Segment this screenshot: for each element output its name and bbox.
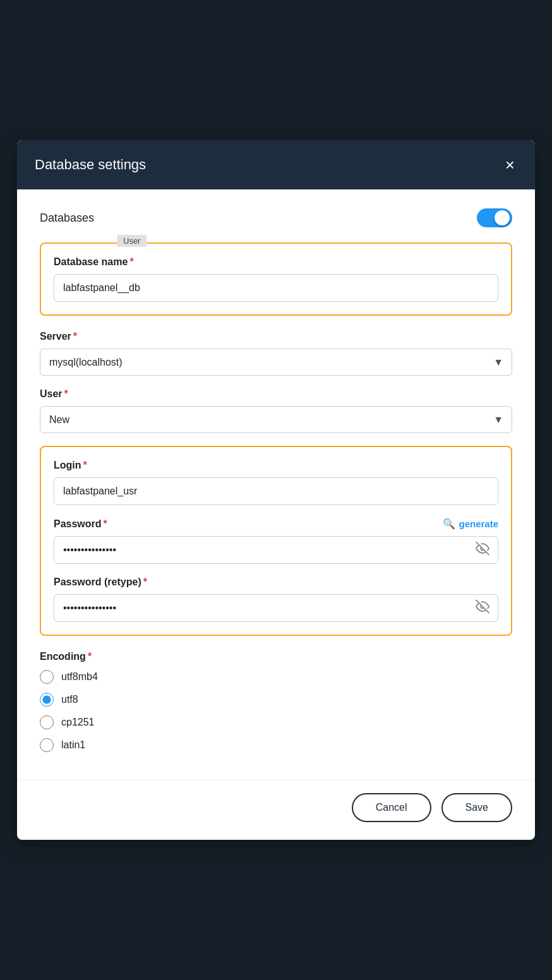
encoding-label-latin1: latin1 xyxy=(61,739,85,751)
server-required: * xyxy=(73,331,77,342)
login-field-group: Login * xyxy=(54,460,498,505)
server-select[interactable]: mysql(localhost) mysql(127.0.0.1) pgsql(… xyxy=(40,349,512,376)
database-name-section: User Database name * xyxy=(40,242,512,316)
login-input[interactable] xyxy=(54,477,498,505)
encoding-option-utf8[interactable]: utf8 xyxy=(40,693,512,707)
password-input-wrapper xyxy=(54,536,498,564)
modal-header: Database settings × xyxy=(17,140,535,189)
password-retype-toggle-visibility-button[interactable] xyxy=(476,600,489,617)
eye-off-icon xyxy=(476,542,489,556)
login-required: * xyxy=(83,460,87,471)
encoding-radio-group: utf8mb4 utf8 cp1251 latin1 xyxy=(40,670,512,752)
encoding-option-cp1251[interactable]: cp1251 xyxy=(40,715,512,729)
password-retype-field-group: Password (retype) * xyxy=(54,577,498,622)
encoding-required: * xyxy=(88,651,92,662)
password-required: * xyxy=(104,518,107,530)
encoding-radio-utf8[interactable] xyxy=(40,693,54,707)
password-retype-input-wrapper xyxy=(54,594,498,622)
modal-body: Databases User Database name * xyxy=(17,189,535,780)
generate-password-link[interactable]: 🔍 generate xyxy=(443,518,498,530)
modal-footer: Cancel Save xyxy=(17,780,535,840)
database-name-field-group: Database name * xyxy=(54,256,498,302)
password-retype-input[interactable] xyxy=(54,594,498,622)
server-select-wrapper: mysql(localhost) mysql(127.0.0.1) pgsql(… xyxy=(40,349,512,376)
user-select[interactable]: New Existing xyxy=(40,406,512,433)
password-header: Password * 🔍 generate xyxy=(54,518,498,530)
server-field-group: Server * mysql(localhost) mysql(127.0.0.… xyxy=(40,331,512,376)
password-retype-required: * xyxy=(143,577,147,588)
encoding-label-utf8mb4: utf8mb4 xyxy=(61,671,98,683)
encoding-section: Encoding * utf8mb4 utf8 cp1251 xyxy=(40,651,512,752)
password-retype-label: Password (retype) * xyxy=(54,577,498,588)
generate-label: generate xyxy=(459,518,498,529)
database-name-input[interactable] xyxy=(54,274,498,302)
encoding-option-utf8mb4[interactable]: utf8mb4 xyxy=(40,670,512,684)
password-toggle-visibility-button[interactable] xyxy=(476,542,489,559)
close-button[interactable]: × xyxy=(503,154,517,176)
password-field-group: Password * 🔍 generate xyxy=(54,518,498,564)
user-label: User * xyxy=(40,388,512,400)
save-button[interactable]: Save xyxy=(441,793,512,822)
cancel-button[interactable]: Cancel xyxy=(352,793,431,822)
encoding-label: Encoding * xyxy=(40,651,512,662)
user-select-wrapper: New Existing ▼ xyxy=(40,406,512,433)
password-label: Password * xyxy=(54,518,107,530)
generate-icon: 🔍 xyxy=(443,518,455,530)
databases-toggle-row: Databases xyxy=(40,208,512,227)
encoding-radio-cp1251[interactable] xyxy=(40,715,54,729)
login-password-section: Login * Password * 🔍 generate xyxy=(40,446,512,636)
database-settings-modal: Database settings × Databases User Datab… xyxy=(17,140,535,840)
encoding-radio-latin1[interactable] xyxy=(40,738,54,752)
databases-label: Databases xyxy=(40,212,94,225)
toggle-slider xyxy=(477,208,512,227)
encoding-radio-utf8mb4[interactable] xyxy=(40,670,54,684)
password-input[interactable] xyxy=(54,536,498,564)
user-field-group: User * New Existing ▼ xyxy=(40,388,512,433)
eye-off-icon-2 xyxy=(476,600,489,614)
encoding-label-utf8: utf8 xyxy=(61,694,78,705)
server-label: Server * xyxy=(40,331,512,342)
login-label: Login * xyxy=(54,460,498,471)
database-name-label: Database name * xyxy=(54,256,498,268)
user-required: * xyxy=(64,388,68,400)
user-tooltip: User xyxy=(117,235,147,247)
modal-title: Database settings xyxy=(35,157,146,173)
modal-overlay: Database settings × Databases User Datab… xyxy=(0,0,552,980)
encoding-label-cp1251: cp1251 xyxy=(61,717,95,728)
encoding-option-latin1[interactable]: latin1 xyxy=(40,738,512,752)
database-name-required: * xyxy=(129,256,133,268)
databases-toggle[interactable] xyxy=(477,208,512,227)
